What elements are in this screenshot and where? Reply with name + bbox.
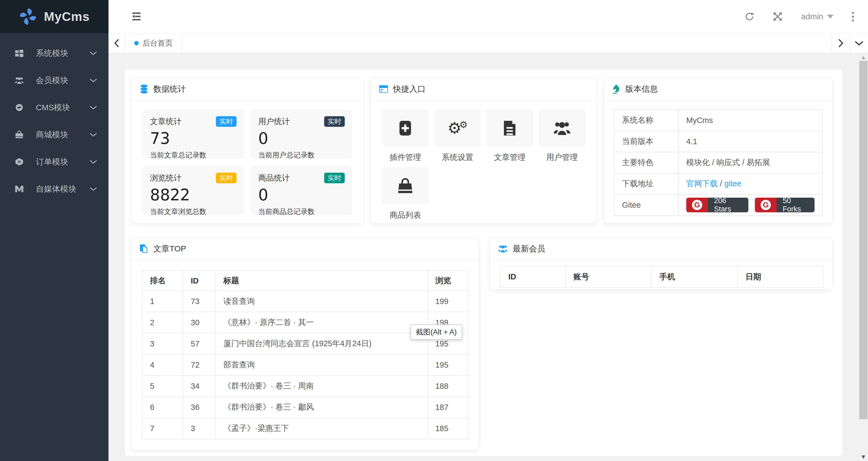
- tab-label: 后台首页: [143, 38, 173, 48]
- col-date: 日期: [738, 266, 824, 288]
- members-table-wrap: ID 账号 手机 日期: [490, 260, 833, 288]
- more-menu-icon[interactable]: [852, 12, 854, 22]
- cell-views: 199: [428, 291, 468, 312]
- scrollbar-thumb[interactable]: [859, 61, 867, 419]
- collapse-menu-icon[interactable]: [131, 12, 142, 21]
- panel-title: 数据统计: [153, 84, 186, 95]
- table-row: Gitee G 206 Stars G 50 Forks: [614, 194, 823, 215]
- tabs-scroll-left-button[interactable]: [108, 34, 125, 53]
- table-row: 7 3 《孟子》·梁惠王下 185: [142, 418, 468, 439]
- vertical-scrollbar[interactable]: ▲ ▼: [859, 53, 868, 461]
- shortcut-goods[interactable]: 商品列表: [382, 167, 429, 221]
- users-group-icon: [498, 244, 508, 253]
- shortcut-plugins[interactable]: 插件管理: [382, 109, 429, 163]
- cell-rank: 3: [142, 333, 183, 354]
- panel-header: 最新会员: [490, 237, 833, 260]
- panel-title: 快捷入口: [393, 84, 426, 95]
- header-actions: admin: [745, 12, 868, 22]
- gitee-forks-badge[interactable]: G 50 Forks: [755, 198, 814, 212]
- tabbar-spacer: [182, 34, 831, 53]
- shortcut-users[interactable]: 用户管理: [538, 109, 586, 163]
- fullscreen-icon[interactable]: [773, 12, 782, 22]
- stat-value: 0: [258, 129, 345, 148]
- stat-label: 文章统计: [150, 116, 182, 127]
- top-header: admin: [108, 0, 868, 33]
- sidebar-item-members[interactable]: 会员模块: [0, 67, 108, 94]
- gitee-stars-badge[interactable]: G 206 Stars: [686, 198, 748, 212]
- version-row-label: Gitee: [614, 194, 678, 215]
- features-value: 模块化 / 响应式 / 易拓展: [678, 152, 823, 173]
- cell-views: 187: [428, 397, 468, 418]
- panel-data-stats: 数据统计 文章统计 实时 73 当前文章总记录数 用户统计 实时 0: [131, 77, 364, 224]
- realtime-badge: 实时: [216, 173, 237, 183]
- realtime-badge: 实时: [324, 173, 345, 183]
- cell-rank: 5: [142, 375, 183, 397]
- cell-title: 读音查询: [215, 291, 427, 312]
- stat-desc: 当前用户总记录数: [258, 150, 345, 160]
- chevron-down-icon: [90, 78, 97, 83]
- cell-id: 34: [183, 375, 215, 397]
- shopping-bag-icon: [382, 167, 429, 204]
- sidebar-item-orders[interactable]: 订单模块: [0, 148, 108, 175]
- sidebar-item-media[interactable]: 自媒体模块: [0, 175, 108, 203]
- stat-value: 0: [258, 186, 345, 204]
- chevron-down-icon: [90, 133, 97, 137]
- table-row: 下载地址 官网下载 / gitee: [614, 173, 823, 194]
- stat-desc: 当前商品总记录数: [258, 207, 345, 217]
- official-download-link[interactable]: 官网下载: [686, 179, 718, 188]
- caret-down-icon: [827, 15, 834, 19]
- window-icon: [379, 85, 388, 93]
- panel-shortcuts: 快捷入口 插件管理 ⚙⚙ 系统设置: [370, 77, 597, 224]
- sidebar: MyCms 系统模块 会员模块: [0, 0, 108, 461]
- members-table: ID 账号 手机 日期: [500, 266, 824, 288]
- sidebar-item-cms[interactable]: CMS模块: [0, 94, 108, 121]
- cell-views: 195: [428, 354, 468, 375]
- scroll-up-arrow-icon[interactable]: ▲: [859, 54, 868, 61]
- sidebar-item-system[interactable]: 系统模块: [0, 40, 108, 67]
- scroll-down-arrow-icon[interactable]: ▼: [859, 453, 868, 460]
- cell-views: 188: [428, 375, 468, 397]
- sidebar-nav: 系统模块 会员模块: [0, 33, 108, 203]
- user-menu[interactable]: admin: [801, 12, 834, 21]
- table-header-row: 排名 ID 标题 浏览: [142, 271, 468, 291]
- col-id: ID: [500, 266, 565, 288]
- version-row-label: 主要特色: [614, 152, 678, 173]
- shortcut-label: 系统设置: [434, 152, 482, 163]
- stat-card-views: 浏览统计 实时 8822 当前文章浏览总数: [143, 166, 244, 215]
- shortcut-label: 插件管理: [382, 152, 429, 163]
- table-header-row: ID 账号 手机 日期: [500, 266, 824, 288]
- panel-header: 文章TOP: [131, 237, 479, 260]
- medium-m-icon: [14, 184, 24, 193]
- col-views: 浏览: [428, 271, 468, 291]
- disc-icon: [14, 103, 24, 112]
- username: admin: [801, 12, 823, 21]
- stat-card-goods: 商品统计 实时 0 当前商品总记录数: [251, 166, 352, 215]
- shortcut-label: 商品列表: [382, 210, 429, 221]
- windows-icon: [14, 49, 24, 58]
- plus-square-icon: [382, 109, 429, 147]
- chevron-down-icon: [90, 160, 97, 164]
- articles-table: 排名 ID 标题 浏览 1 73 读音查询 199: [142, 270, 468, 439]
- panel-title: 版本信息: [625, 84, 658, 95]
- col-rank: 排名: [142, 271, 183, 291]
- tabs-scroll-right-button[interactable]: [831, 34, 849, 53]
- tab-home[interactable]: 后台首页: [125, 34, 182, 53]
- shortcut-settings[interactable]: ⚙⚙ 系统设置: [434, 109, 482, 163]
- panel-version-info: 版本信息 系统名称 MyCms 当前版本 4.1 主要特色: [603, 77, 833, 224]
- tabs-menu-button[interactable]: [849, 34, 868, 53]
- stats-grid: 文章统计 实时 73 当前文章总记录数 用户统计 实时 0 当前用户总记录数: [131, 101, 363, 215]
- sidebar-item-mall[interactable]: 商城模块: [0, 121, 108, 148]
- shopping-bag-icon: [14, 130, 24, 139]
- cell-id: 72: [183, 354, 215, 375]
- col-id: ID: [183, 271, 215, 291]
- col-title: 标题: [215, 271, 427, 291]
- document-icon: [486, 109, 533, 147]
- shortcut-articles[interactable]: 文章管理: [486, 109, 533, 163]
- stars-count: 206 Stars: [708, 198, 748, 212]
- table-row: 5 34 《群书治要》· 卷三 · 周南 188: [142, 375, 468, 397]
- refresh-icon[interactable]: [745, 12, 754, 22]
- cell-id: 36: [183, 397, 215, 418]
- cell-rank: 2: [142, 312, 183, 333]
- logo-bar[interactable]: MyCms: [0, 0, 108, 33]
- gitee-link[interactable]: gitee: [724, 179, 741, 188]
